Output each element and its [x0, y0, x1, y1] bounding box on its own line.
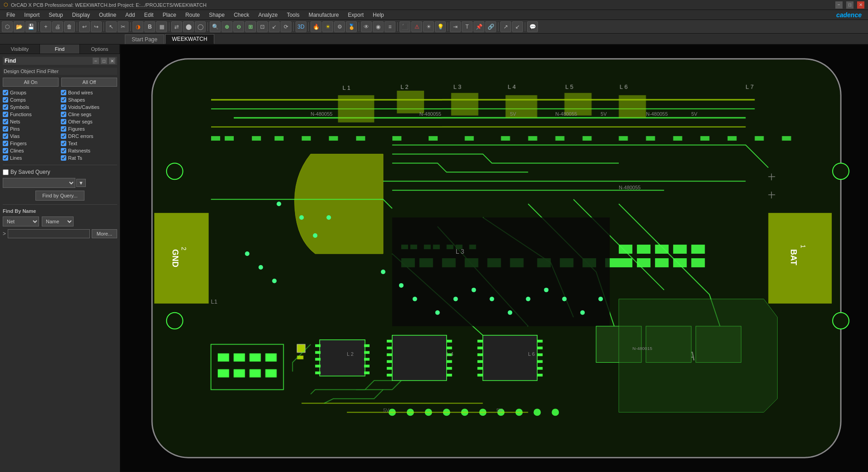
find-filter-select[interactable]: Name Value	[42, 216, 74, 226]
cb-ratsnests-input[interactable]	[61, 148, 66, 153]
cb-fingers-input[interactable]	[3, 141, 8, 146]
menu-place[interactable]: Place	[158, 10, 181, 20]
cb-rat-ts-input[interactable]	[61, 155, 66, 161]
tb-layer[interactable]: ▦	[156, 21, 167, 32]
cb-figures-input[interactable]	[61, 126, 66, 132]
tb-3d[interactable]: 3D	[296, 21, 306, 32]
tb-add[interactable]: +	[40, 21, 51, 32]
tb-print[interactable]: 🖨	[52, 21, 63, 32]
find-by-query-button[interactable]: Find by Query...	[35, 191, 84, 201]
tb-medal[interactable]: 🏅	[346, 21, 357, 32]
tb-import[interactable]: ↙	[512, 21, 523, 32]
panel-minimize-btn[interactable]: −	[93, 58, 99, 64]
maximize-button[interactable]: □	[846, 1, 853, 9]
tab-visibility[interactable]: Visibility	[0, 44, 40, 54]
menu-shape[interactable]: Shape	[204, 10, 229, 20]
panel-close-btn[interactable]: ✕	[109, 58, 115, 64]
tb-select[interactable]: ↖	[106, 21, 117, 32]
cb-pins-input[interactable]	[3, 126, 8, 132]
tb-scissors[interactable]: ✂	[118, 21, 128, 32]
tb-eye2[interactable]: ◉	[373, 21, 384, 32]
tb-layers[interactable]: ≡	[385, 21, 395, 32]
panel-restore-btn[interactable]: □	[101, 58, 107, 64]
find-text-input[interactable]	[8, 229, 90, 238]
pcb-canvas[interactable]: GND 2 BAT 1 L 1 L	[120, 44, 868, 472]
menu-help[interactable]: Help	[368, 10, 389, 20]
tb-pad[interactable]: ⬤	[183, 21, 194, 32]
tb-save[interactable]: 💾	[25, 21, 36, 32]
saved-query-checkbox[interactable]	[3, 169, 9, 175]
tb-flow[interactable]: ⇥	[450, 21, 461, 32]
minimize-button[interactable]: −	[835, 1, 843, 9]
cb-groups-input[interactable]	[3, 90, 8, 95]
tb-export[interactable]: ↗	[500, 21, 511, 32]
menu-display[interactable]: Display	[68, 10, 94, 20]
tb-zoom-select[interactable]: ⊡	[257, 21, 268, 32]
menu-export[interactable]: Export	[343, 10, 368, 20]
tb-gear[interactable]: ⚙	[334, 21, 345, 32]
tb-refresh[interactable]: ⟳	[281, 21, 291, 32]
close-button[interactable]: ✕	[857, 1, 864, 9]
tb-mirror[interactable]: ⇄	[171, 21, 182, 32]
tab-options[interactable]: Options	[80, 44, 120, 54]
find-type-select[interactable]: Net Comp Pin	[3, 216, 39, 226]
tab-weekwatch[interactable]: WEEKWATCH	[165, 34, 214, 44]
saved-query-select[interactable]	[3, 178, 75, 188]
tab-find[interactable]: Find	[40, 44, 80, 54]
tb-drc[interactable]: ⚠	[411, 21, 422, 32]
tb-redo[interactable]: ↪	[91, 21, 102, 32]
tb-link[interactable]: 🔗	[485, 21, 496, 32]
menu-tools[interactable]: Tools	[282, 10, 304, 20]
tb-open[interactable]: 📂	[14, 21, 25, 32]
cb-symbols-input[interactable]	[3, 104, 8, 110]
tb-bold[interactable]: B	[144, 21, 155, 32]
tb-zoomin2[interactable]: ⊕	[222, 21, 232, 32]
cb-lines-input[interactable]	[3, 155, 8, 161]
tb-sun2[interactable]: ☀	[423, 21, 434, 32]
cb-drc-input[interactable]	[61, 133, 66, 139]
cb-nets-input[interactable]	[3, 119, 8, 124]
cb-clines-input[interactable]	[3, 148, 8, 153]
tb-pad2[interactable]: ◯	[195, 21, 206, 32]
all-on-button[interactable]: All On	[3, 78, 59, 87]
menu-route[interactable]: Route	[181, 10, 204, 20]
cb-functions-input[interactable]	[3, 112, 8, 117]
menu-edit[interactable]: Edit	[139, 10, 158, 20]
cb-shapes-input[interactable]	[61, 97, 66, 103]
cb-other-segs-input[interactable]	[61, 119, 66, 124]
all-off-button[interactable]: All Off	[61, 78, 117, 87]
tb-new[interactable]: ⬡	[2, 21, 13, 32]
cb-voids-input[interactable]	[61, 104, 66, 110]
menu-setup[interactable]: Setup	[44, 10, 67, 20]
tb-zoomin[interactable]: 🔍	[210, 21, 221, 32]
tb-text-tool[interactable]: T	[462, 21, 473, 32]
cb-comps-input[interactable]	[3, 97, 8, 103]
tb-highlight[interactable]: ◑	[133, 21, 143, 32]
tb-undo[interactable]: ↩	[79, 21, 90, 32]
menu-manufacture[interactable]: Manufacture	[304, 10, 344, 20]
saved-query-arrow[interactable]: ▼	[76, 179, 86, 187]
cb-cline-segs-input[interactable]	[61, 112, 66, 117]
tb-lightbulb[interactable]: 💡	[435, 21, 446, 32]
tb-zoomout[interactable]: ⊖	[233, 21, 244, 32]
tb-pin[interactable]: 📌	[473, 21, 484, 32]
cb-bond-wires-input[interactable]	[61, 90, 66, 95]
tb-burner[interactable]: 🔥	[311, 21, 321, 32]
menu-import[interactable]: Import	[20, 10, 44, 20]
menu-outline[interactable]: Outline	[94, 10, 121, 20]
menu-add[interactable]: Add	[121, 10, 139, 20]
tb-zoom-prev[interactable]: ↙	[269, 21, 280, 32]
cb-text-input[interactable]	[61, 141, 66, 146]
tb-sun[interactable]: ☀	[322, 21, 333, 32]
tb-comment[interactable]: 💬	[527, 21, 538, 32]
find-more-button[interactable]: More...	[92, 229, 117, 238]
cb-vias-input[interactable]	[3, 133, 8, 139]
menu-analyze[interactable]: Analyze	[254, 10, 282, 20]
menu-check[interactable]: Check	[229, 10, 254, 20]
tab-start-page[interactable]: Start Page	[125, 34, 164, 44]
tb-eye[interactable]: 👁	[361, 21, 372, 32]
tb-delete[interactable]: 🗑	[64, 21, 75, 32]
menu-file[interactable]: File	[2, 10, 20, 20]
tb-zoom-fit[interactable]: ⊞	[245, 21, 256, 32]
tb-place[interactable]: ⬛	[399, 21, 410, 32]
